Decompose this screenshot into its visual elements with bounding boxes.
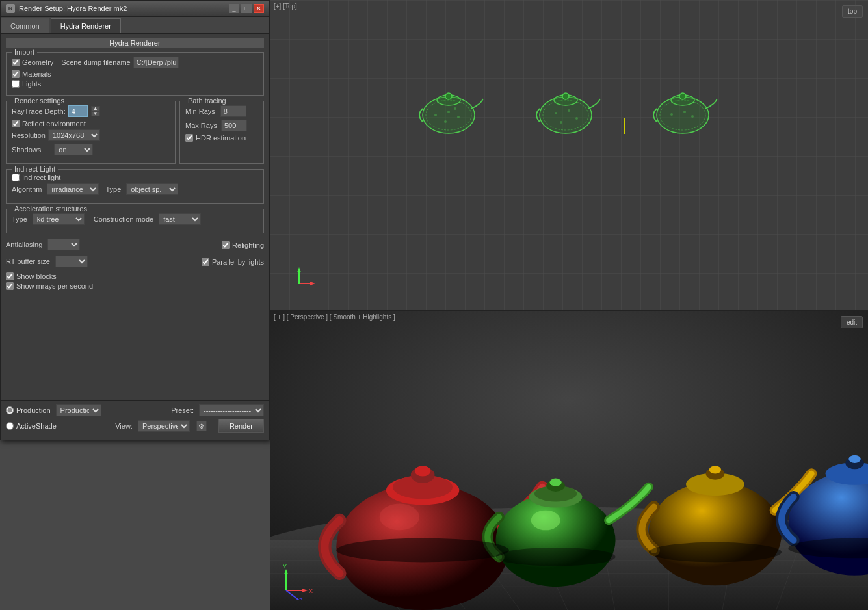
acceleration-group-label: Acceleration structures [12,205,90,213]
svg-point-6 [457,116,460,118]
resolution-row: Resolution 1024x768 1920x1080 800x600 [12,129,170,141]
top-gizmo[interactable]: top [842,5,863,18]
raytrace-down-btn[interactable]: ▼ [91,111,100,116]
accel-type-dropdown[interactable]: kd tree BVH [33,213,85,225]
geometry-checkbox[interactable] [12,59,20,66]
svg-point-21 [670,113,673,116]
svg-point-3 [445,93,452,99]
algorithm-dropdown[interactable]: irradiance path tracing [47,183,99,195]
antialiasing-dropdown[interactable]: 2x 4x [47,239,80,250]
show-blocks-row: Show blocks [6,272,264,280]
top-viewport: [+] [Top] top [270,0,868,311]
algorithm-label: Algorithm [12,185,42,193]
svg-text:X: X [309,588,313,594]
antialiasing-row: Antialiasing 2x 4x [6,239,217,250]
relighting-row: Relighting [222,239,264,251]
lights-label: Lights [22,80,41,88]
materials-label: Materials [22,70,51,78]
svg-point-12 [562,93,569,99]
tab-hydra-renderer[interactable]: Hydra Renderer [51,18,121,33]
app-icon: R [6,4,15,13]
svg-point-70 [496,548,616,566]
production-radio[interactable] [6,406,14,414]
svg-point-8 [454,107,456,110]
view-options-btn[interactable]: ⚙ [196,421,207,431]
svg-marker-74 [302,589,308,592]
render-button[interactable]: Render [218,419,264,433]
production-dropdown[interactable]: Production [56,404,101,416]
render-settings-label: Render settings [12,97,67,105]
svg-point-20 [679,93,686,99]
relighting-checkbox[interactable] [222,241,230,249]
maximize-button[interactable]: □ [241,4,252,13]
type-dropdown[interactable]: object sp. world sp. [126,183,178,195]
shadows-row: Shadows on off [12,144,170,155]
accel-type-label: Type [12,215,27,223]
reflect-env-checkbox[interactable] [12,120,20,127]
raytrace-depth-input[interactable] [68,105,88,117]
max-rays-input[interactable] [221,120,247,131]
hdr-estimation-row: HDR estimation [185,134,258,142]
activeshade-label: ActiveShade [16,422,57,430]
activeshade-option[interactable]: ActiveShade [6,422,57,430]
hdr-estimation-label: HDR estimation [196,134,246,142]
reflect-env-label: Reflect environment [22,120,86,127]
svg-point-13 [555,112,557,114]
close-button[interactable]: ✕ [254,4,264,13]
hdr-estimation-checkbox[interactable] [185,134,193,142]
geometry-row: Geometry Scene dump filename [12,57,258,68]
bottom-gizmo[interactable]: edit [841,316,863,328]
top-axis-indicator: X Y [283,267,315,300]
scene-dump-input[interactable] [133,57,179,68]
render-settings-area: Render settings RayTrace Depth: ▲ ▼ Ref [6,101,264,169]
svg-point-50 [380,503,419,530]
max-rays-row: Max Rays [185,120,258,131]
svg-point-4 [434,114,437,116]
svg-text:Z: Z [299,597,303,600]
parallel-lights-label: Parallel by lights [212,258,264,266]
indirect-light-checkbox[interactable] [12,174,20,181]
import-group: Import Geometry Scene dump filename Mate… [6,52,264,96]
tab-common[interactable]: Common [1,18,49,33]
materials-checkbox[interactable] [12,70,20,78]
min-rays-input[interactable] [220,105,246,117]
svg-point-16 [560,121,562,124]
section-header: Hydra Renderer [6,38,264,48]
algorithm-row: Algorithm irradiance path tracing Type o… [12,183,258,195]
construction-mode-dropdown[interactable]: fast slow [159,213,201,225]
reflect-env-row: Reflect environment [12,120,170,127]
show-mrays-checkbox[interactable] [6,282,14,290]
teapot-silhouette-2 [530,79,608,138]
svg-point-23 [691,115,694,118]
lights-checkbox[interactable] [12,80,20,88]
parallel-lights-row: Parallel by lights [202,256,264,268]
bottom-axis-indicator: X Y Z [280,564,315,600]
type-label: Type [105,185,121,193]
dialog-bottom: Production Production Preset: ----------… [1,400,269,440]
show-mrays-row: Show mrays per second [6,282,264,290]
production-row: Production Production Preset: ----------… [6,404,264,416]
preset-dropdown[interactable]: -------------------- [199,404,264,416]
bottom-viewport: [ + ] [ Perspective ] [ Smooth + Highlig… [270,311,868,610]
minimize-button[interactable]: _ [229,4,239,13]
dialog-content: Hydra Renderer Import Geometry Scene dum… [1,34,269,296]
shadows-dropdown[interactable]: on off [54,144,93,155]
min-rays-label: Min Rays [185,107,215,115]
svg-point-7 [444,120,447,123]
min-rays-row: Min Rays [185,105,258,117]
show-blocks-checkbox[interactable] [6,272,14,280]
top-teapots [413,79,725,138]
show-mrays-label: Show mrays per second [16,282,93,290]
production-option[interactable]: Production [6,406,51,414]
rt-buffer-dropdown[interactable] [55,256,88,267]
dialog-title: Render Setup: Hydra Render mk2 [19,5,127,12]
svg-point-60 [709,466,721,473]
resolution-dropdown[interactable]: 1024x768 1920x1080 800x600 [48,129,100,141]
parallel-lights-checkbox[interactable] [202,258,209,266]
path-tracing-label: Path tracing [185,97,229,105]
svg-point-56 [531,511,560,531]
resolution-label: Resolution [12,131,46,139]
view-dropdown[interactable]: Perspective [138,420,190,432]
activeshade-radio[interactable] [6,422,14,430]
show-blocks-label: Show blocks [16,272,57,280]
